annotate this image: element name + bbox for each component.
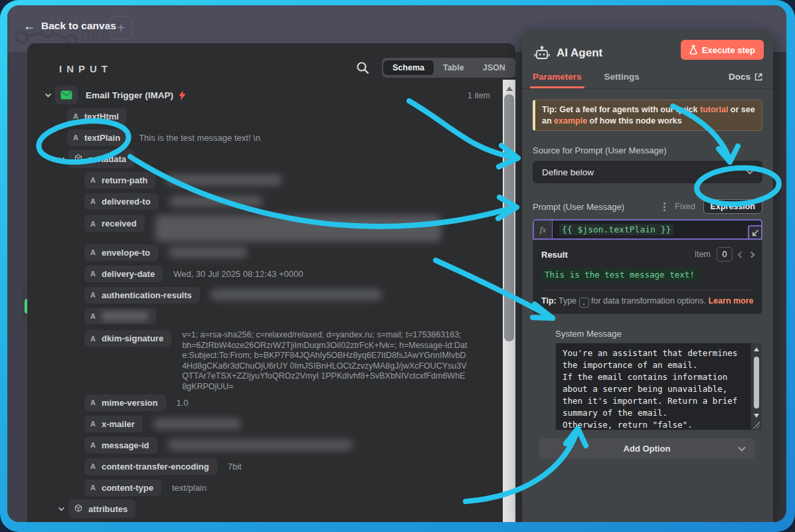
item-index-box[interactable]: 0: [717, 247, 733, 262]
chevron-down-icon[interactable]: [55, 155, 67, 163]
redacted-value: [155, 215, 441, 242]
redacted-value: [168, 440, 353, 450]
docs-link[interactable]: Docs: [729, 65, 762, 88]
resize-handle[interactable]: [752, 421, 760, 429]
prompt-expression-input[interactable]: fx {{ $json.textPlain }}: [533, 219, 762, 240]
field-key: delivery-date: [102, 269, 155, 279]
input-scrollbar[interactable]: [503, 80, 515, 522]
field-key-chip[interactable]: Areturn-path: [84, 172, 155, 189]
scroll-down-icon[interactable]: [751, 410, 761, 420]
source-select-value: Define below: [542, 167, 594, 177]
schema-row-message-id[interactable]: Amessage-id: [27, 434, 506, 456]
field-key-chip[interactable]: Areceived: [84, 215, 145, 232]
field-key-chip[interactable]: Amessage-id: [84, 437, 157, 454]
system-message-label: System Message: [555, 329, 762, 339]
scrollbar-thumb[interactable]: [504, 94, 514, 341]
redacted-value: [169, 247, 247, 258]
expand-expression-icon[interactable]: [748, 225, 762, 240]
chevron-down-icon[interactable]: [42, 92, 54, 99]
string-type-icon: A: [90, 220, 96, 228]
chevron-down-icon: [746, 167, 753, 174]
search-icon[interactable]: [355, 60, 373, 78]
field-key: textPlain: [84, 133, 120, 143]
execute-step-button[interactable]: Execute step: [681, 40, 764, 60]
schema-root-row[interactable]: Email Trigger (IMAP) 1 item: [27, 84, 506, 106]
field-key-chip[interactable]: Adelivered-to: [84, 193, 159, 210]
email-trigger-icon: [55, 86, 78, 104]
add-node-button[interactable]: +: [109, 16, 133, 40]
string-type-icon: A: [90, 420, 96, 428]
schema-row-mime-version[interactable]: Amime-version1.0: [27, 392, 506, 413]
prompt-controls: Fixed Expression: [663, 199, 762, 214]
schema-row-textHtml[interactable]: AtextHtml: [27, 106, 506, 127]
docs-label: Docs: [729, 72, 751, 82]
kebab-menu-icon[interactable]: [663, 206, 665, 208]
scroll-up-icon[interactable]: [751, 344, 761, 354]
tab-json[interactable]: JSON: [474, 60, 515, 75]
tutorial-link[interactable]: tutorial: [700, 105, 728, 114]
redacted-value: [211, 290, 382, 300]
toggle-fixed[interactable]: Fixed: [675, 202, 695, 211]
app-screen: n8n ← Back to canvas + INPUT Schema Tabl…: [7, 5, 786, 522]
schema-row-authentication-results[interactable]: Aauthentication-results: [27, 284, 506, 306]
view-toggle: Schema Table JSON: [382, 58, 515, 78]
trigger-bolt-icon: [179, 90, 186, 100]
field-key: message-id: [102, 440, 149, 450]
back-arrow-icon: ←: [23, 20, 35, 32]
learn-more-link[interactable]: Learn more: [708, 296, 753, 306]
string-type-icon: A: [90, 197, 96, 205]
schema-row-envelope-to[interactable]: Aenvelope-to: [27, 242, 506, 263]
schema-row-metadata[interactable]: metadata: [27, 148, 506, 169]
agent-tabs: Parameters Settings Docs: [522, 65, 773, 89]
chevron-down-icon[interactable]: [55, 505, 67, 513]
back-to-canvas-button[interactable]: ← Back to canvas: [23, 20, 116, 32]
field-key: metadata: [88, 154, 126, 164]
field-key-chip[interactable]: Acontent-type: [84, 480, 161, 496]
field-value: 7bit: [228, 462, 242, 472]
schema-row-x-mailer[interactable]: Ax-mailer: [27, 413, 506, 434]
robot-icon: [534, 46, 550, 60]
field-key-chip[interactable]: Aauthentication-results: [84, 287, 200, 304]
string-type-icon: A: [90, 291, 96, 299]
field-key-chip[interactable]: Acontent-transfer-encoding: [84, 458, 217, 475]
field-key-chip[interactable]: metadata: [68, 149, 134, 168]
string-type-icon: A: [73, 112, 78, 120]
next-item-icon[interactable]: [749, 251, 755, 258]
schema-row-delivered-to[interactable]: Adelivered-to: [27, 191, 506, 212]
add-option-button[interactable]: Add Option: [539, 438, 754, 459]
schema-row-received[interactable]: Areceived: [27, 212, 506, 242]
input-panel-title: INPUT: [59, 63, 112, 74]
field-key-chip[interactable]: attributes: [68, 499, 135, 518]
schema-row-dkim-signature[interactable]: Adkim-signaturev=1; a=rsa-sha256; c=rela…: [27, 327, 506, 392]
tip-text: Type: [557, 296, 579, 306]
system-message-textarea[interactable]: You're an assistant that determines the …: [555, 343, 762, 430]
field-key-chip[interactable]: AtextHtml: [67, 108, 127, 125]
field-value: This is the test message text! \n: [139, 133, 260, 143]
field-key-chip[interactable]: A: [84, 308, 156, 324]
textarea-scrollbar-thumb[interactable]: [754, 357, 759, 408]
example-link[interactable]: example: [554, 116, 587, 126]
schema-row-delivery-date[interactable]: Adelivery-dateWed, 30 Jul 2025 08:12:43 …: [27, 263, 506, 284]
field-key-chip[interactable]: Aenvelope-to: [84, 244, 158, 261]
schema-row-content-transfer-encoding[interactable]: Acontent-transfer-encoding7bit: [27, 456, 506, 477]
schema-row-return-path[interactable]: Areturn-path: [27, 169, 506, 191]
field-key-chip[interactable]: Ax-mailer: [84, 416, 143, 432]
source-for-prompt-select[interactable]: Define below: [533, 161, 762, 183]
tab-table[interactable]: Table: [434, 60, 474, 75]
schema-row-attributes[interactable]: attributes: [27, 498, 506, 519]
field-key-chip[interactable]: AtextPlain: [67, 130, 128, 146]
field-key-chip[interactable]: Adkim-signature: [84, 330, 171, 347]
tab-parameters[interactable]: Parameters: [533, 65, 582, 88]
schema-row-redacted[interactable]: A: [27, 306, 506, 327]
field-key-chip[interactable]: Adelivery-date: [84, 266, 163, 282]
screenshot-frame: n8n ← Back to canvas + INPUT Schema Tabl…: [0, 0, 795, 532]
scrollbar-up-arrow-icon[interactable]: [503, 82, 515, 91]
toggle-expression[interactable]: Expression: [703, 199, 762, 214]
textarea-scrollbar[interactable]: [751, 343, 761, 430]
tab-schema[interactable]: Schema: [383, 60, 434, 75]
tab-settings[interactable]: Settings: [604, 65, 640, 88]
prev-item-icon[interactable]: [738, 251, 745, 258]
schema-row-textPlain[interactable]: AtextPlainThis is the test message text!…: [27, 127, 506, 148]
schema-row-content-type[interactable]: Acontent-typetext/plain: [27, 477, 506, 498]
field-key-chip[interactable]: Amime-version: [84, 395, 166, 411]
